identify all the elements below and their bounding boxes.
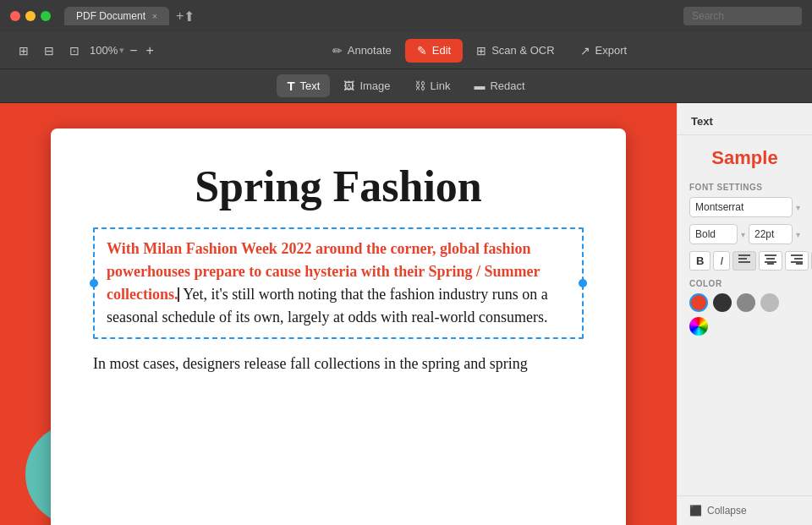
active-tab[interactable]: PDF Document × xyxy=(64,7,169,25)
redact-sub-tool-button[interactable]: ▬ Redact xyxy=(464,75,535,96)
share-button[interactable]: ⬆ xyxy=(184,8,195,25)
font-weight-row: Bold ▾ 22pt ▾ xyxy=(689,224,800,244)
toolbar-left: ⊞ ⊟ ⊡ 100% ▾ − + xyxy=(14,41,157,61)
align-left-button[interactable] xyxy=(732,251,756,271)
edit-label: Edit xyxy=(432,44,451,57)
edit-tool-button[interactable]: ✎ Edit xyxy=(405,39,463,63)
sample-text: Sample xyxy=(689,147,800,169)
pdf-canvas[interactable]: Spring Fashion With Milan Fashion Week 2… xyxy=(0,103,677,525)
format-buttons-row: B I xyxy=(689,251,800,271)
collapse-button[interactable]: ⬛ Collapse xyxy=(678,495,812,525)
svg-rect-4 xyxy=(765,254,776,256)
svg-rect-5 xyxy=(766,258,775,260)
svg-rect-1 xyxy=(738,258,747,260)
zoom-out-button[interactable]: − xyxy=(126,41,140,60)
color-swatches xyxy=(689,293,800,336)
color-label: COLOR xyxy=(689,279,800,288)
font-family-row: Montserrat ▾ xyxy=(689,197,800,217)
export-label: Export xyxy=(595,44,628,57)
tab-title: PDF Document xyxy=(76,10,145,22)
pdf-page: Spring Fashion With Milan Fashion Week 2… xyxy=(51,129,626,525)
maximize-window-button[interactable] xyxy=(41,11,51,21)
svg-rect-9 xyxy=(794,258,803,260)
font-size-chevron: ▾ xyxy=(796,230,800,239)
image-sub-tool-button[interactable]: 🖼 Image xyxy=(333,75,400,96)
grid-view-button[interactable]: ⊟ xyxy=(39,41,59,61)
font-family-select[interactable]: Montserrat xyxy=(689,197,793,217)
bottom-paragraph: In most cases, designers release fall co… xyxy=(93,353,584,376)
svg-rect-2 xyxy=(738,261,750,263)
svg-rect-10 xyxy=(791,261,803,263)
scan-icon: ⊞ xyxy=(476,44,486,57)
svg-rect-11 xyxy=(796,263,803,265)
link-sub-label: Link xyxy=(431,79,451,92)
minimize-window-button[interactable] xyxy=(25,11,36,21)
annotate-label: Annotate xyxy=(348,44,392,57)
scan-ocr-tool-button[interactable]: ⊞ Scan & OCR xyxy=(464,39,566,63)
link-sub-icon: ⛓ xyxy=(414,79,425,92)
selection-handle-right[interactable] xyxy=(579,279,587,287)
zoom-in-button[interactable]: + xyxy=(143,41,157,60)
close-window-button[interactable] xyxy=(10,11,20,21)
toolbar-center: ✏ Annotate ✎ Edit ⊞ Scan & OCR ↗ Export xyxy=(321,39,639,63)
annotate-tool-button[interactable]: ✏ Annotate xyxy=(321,39,403,63)
color-swatch-light-gray[interactable] xyxy=(760,293,779,312)
svg-rect-6 xyxy=(765,261,776,263)
image-sub-label: Image xyxy=(359,79,390,92)
panel-header-label: Text xyxy=(691,115,713,128)
traffic-lights xyxy=(10,11,51,21)
color-swatch-multi[interactable] xyxy=(689,317,708,336)
collapse-label: Collapse xyxy=(707,505,747,517)
new-tab-button[interactable]: + xyxy=(176,8,184,24)
italic-button[interactable]: I xyxy=(713,251,730,271)
zoom-value: 100% xyxy=(90,44,118,57)
title-bar: PDF Document × + ⬆ xyxy=(0,0,812,32)
sidebar-toggle-button[interactable]: ⊞ xyxy=(14,41,34,61)
export-icon: ↗ xyxy=(580,44,590,57)
image-sub-icon: 🖼 xyxy=(343,79,354,92)
redact-sub-icon: ▬ xyxy=(474,79,485,92)
align-center-button[interactable] xyxy=(759,251,782,271)
color-swatch-gray[interactable] xyxy=(737,293,755,312)
zoom-control: 100% ▾ − + xyxy=(90,41,157,60)
tab-close-button[interactable]: × xyxy=(152,12,157,21)
zoom-dropdown-icon[interactable]: ▾ xyxy=(119,45,124,56)
color-swatch-red[interactable] xyxy=(689,293,708,312)
color-swatch-black[interactable] xyxy=(713,293,732,312)
font-weight-select[interactable]: Bold xyxy=(689,224,738,244)
bold-button[interactable]: B xyxy=(689,251,710,271)
font-size-select[interactable]: 22pt xyxy=(749,224,793,244)
text-sub-label: Text xyxy=(300,79,321,92)
tab-bar: PDF Document × + xyxy=(64,7,184,25)
collapse-icon: ⬛ xyxy=(689,505,702,517)
sub-toolbar: T Text 🖼 Image ⛓ Link ▬ Redact xyxy=(0,69,812,103)
page-title: Spring Fashion xyxy=(93,162,584,211)
text-sub-tool-button[interactable]: T Text xyxy=(277,74,330,97)
export-tool-button[interactable]: ↗ Export xyxy=(568,39,639,63)
annotate-icon: ✏ xyxy=(332,44,343,57)
main-area: Spring Fashion With Milan Fashion Week 2… xyxy=(0,103,812,525)
svg-rect-0 xyxy=(738,254,750,256)
edit-icon: ✎ xyxy=(417,44,427,57)
font-weight-chevron: ▾ xyxy=(741,230,745,239)
text-sub-icon: T xyxy=(287,79,294,93)
font-family-chevron: ▾ xyxy=(796,203,800,212)
svg-rect-7 xyxy=(767,263,774,265)
selected-text-region[interactable]: With Milan Fashion Week 2022 around the … xyxy=(93,227,584,339)
main-toolbar: ⊞ ⊟ ⊡ 100% ▾ − + ✏ Annotate ✎ Edit ⊞ Sca… xyxy=(0,32,812,69)
search-input[interactable] xyxy=(683,7,802,25)
link-sub-tool-button[interactable]: ⛓ Link xyxy=(404,75,461,96)
redact-sub-label: Redact xyxy=(490,79,524,92)
panel-header: Text xyxy=(678,103,812,135)
panel-body: Sample FONT SETTINGS Montserrat ▾ Bold ▾… xyxy=(678,135,812,495)
selection-handle-left[interactable] xyxy=(90,279,98,287)
color-section: COLOR xyxy=(689,279,800,336)
fit-page-button[interactable]: ⊡ xyxy=(64,41,85,61)
scan-ocr-label: Scan & OCR xyxy=(491,44,554,57)
font-settings-label: FONT SETTINGS xyxy=(689,183,800,192)
right-panel: Text Sample FONT SETTINGS Montserrat ▾ B… xyxy=(677,103,812,525)
svg-rect-8 xyxy=(791,254,803,256)
align-right-button[interactable] xyxy=(785,251,809,271)
